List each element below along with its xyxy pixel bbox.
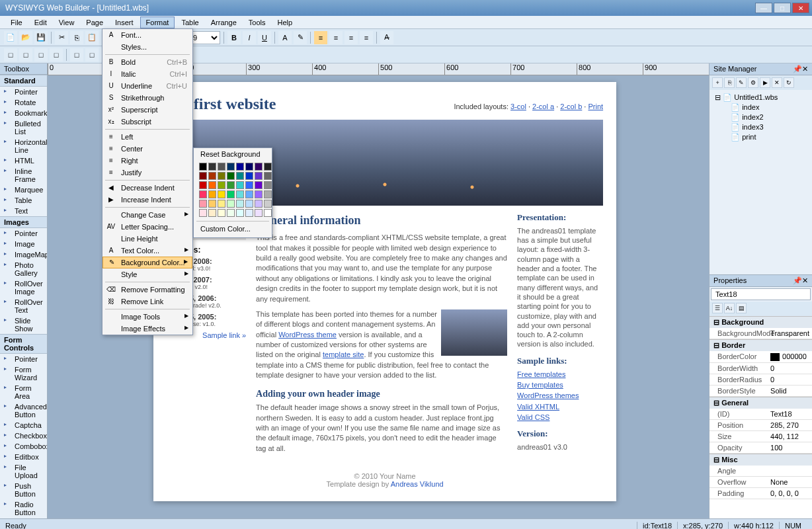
toolbox-html[interactable]: HTML bbox=[0, 155, 47, 166]
format-line-height[interactable]: Line Height bbox=[102, 233, 192, 245]
custom-color-item[interactable]: Custom Color... bbox=[194, 223, 272, 235]
menu-insert[interactable]: Insert bbox=[110, 17, 139, 28]
toolbox-rotate[interactable]: Rotate bbox=[0, 97, 47, 108]
prop-row[interactable]: OverflowNone bbox=[710, 477, 812, 488]
sample-link[interactable]: Buy templates bbox=[517, 380, 603, 389]
color-swatch[interactable] bbox=[218, 172, 225, 180]
format-change-case[interactable]: Change Case▶ bbox=[102, 209, 192, 221]
toolbox-captcha[interactable]: Captcha bbox=[0, 420, 47, 430]
tool-icon[interactable]: □ bbox=[4, 48, 17, 61]
sample-link[interactable]: Valid CSS bbox=[517, 413, 603, 422]
format-styles-[interactable]: Styles... bbox=[102, 41, 192, 53]
panel-pin-icon[interactable]: 📌 bbox=[793, 65, 802, 73]
italic-icon[interactable]: I bbox=[243, 31, 256, 44]
menu-page[interactable]: Page bbox=[81, 17, 108, 28]
reset-background-item[interactable]: Reset Background bbox=[194, 148, 272, 160]
color-swatch[interactable] bbox=[245, 163, 253, 171]
toolbox-imagemap[interactable]: ImageMap bbox=[0, 249, 47, 260]
color-swatch[interactable] bbox=[236, 172, 244, 180]
tree-root[interactable]: ⊟ 📄 Untitled1.wbs bbox=[712, 93, 809, 102]
color-swatch[interactable] bbox=[218, 181, 225, 189]
sm-nav-icon[interactable]: ▶ bbox=[760, 77, 770, 88]
toolbox-cat-form-controls[interactable]: Form Controls bbox=[0, 334, 47, 354]
color-swatch[interactable] bbox=[255, 200, 263, 208]
menu-view[interactable]: View bbox=[54, 17, 80, 28]
panel-close-icon[interactable]: ✕ bbox=[802, 65, 808, 73]
prop-row[interactable]: Position285, 270 bbox=[710, 420, 812, 431]
menu-arrange[interactable]: Arrange bbox=[206, 17, 242, 28]
color-swatch[interactable] bbox=[255, 163, 263, 171]
toolbox-text-area[interactable]: Text Area bbox=[0, 518, 47, 518]
tree-page-index[interactable]: 📄 index bbox=[712, 102, 809, 112]
props-cat-icon[interactable]: ☰ bbox=[712, 303, 723, 313]
format-image-tools[interactable]: Image Tools▶ bbox=[102, 311, 192, 323]
format-bold[interactable]: BBoldCtrl+B bbox=[102, 56, 192, 68]
color-swatch[interactable] bbox=[208, 190, 216, 198]
format-center[interactable]: ≡Center bbox=[102, 143, 192, 155]
prop-row[interactable]: BorderWidth0 bbox=[710, 363, 812, 374]
toolbox-pointer[interactable]: Pointer bbox=[0, 228, 47, 239]
toolbox-table[interactable]: Table bbox=[0, 195, 47, 206]
color-swatch[interactable] bbox=[245, 209, 253, 217]
color-swatch[interactable] bbox=[245, 190, 253, 198]
thumb-image[interactable] bbox=[441, 309, 507, 356]
color-swatch[interactable] bbox=[264, 163, 272, 171]
menu-format[interactable]: Format bbox=[140, 17, 175, 28]
color-swatch[interactable] bbox=[208, 172, 216, 180]
new-icon[interactable]: 📄 bbox=[4, 31, 17, 44]
color-swatch[interactable] bbox=[208, 209, 216, 217]
toolbox-photo-gallery[interactable]: Photo Gallery bbox=[0, 260, 47, 278]
sm-delete-icon[interactable]: ✕ bbox=[772, 77, 782, 88]
align-justify-icon[interactable]: ≡ bbox=[360, 31, 373, 44]
toolbox-form-area[interactable]: Form Area bbox=[0, 383, 47, 401]
toolbox-cat-images[interactable]: Images bbox=[0, 216, 47, 228]
format-font-[interactable]: AFont... bbox=[102, 29, 192, 41]
color-swatch[interactable] bbox=[227, 163, 235, 171]
toolbox-push-button[interactable]: Push Button bbox=[0, 481, 47, 499]
color-swatch[interactable] bbox=[245, 172, 253, 180]
tree-page-index3[interactable]: 📄 index3 bbox=[712, 122, 809, 132]
sm-copy-icon[interactable]: ⎘ bbox=[724, 77, 735, 88]
toolbox-marquee[interactable]: Marquee bbox=[0, 184, 47, 195]
format-right[interactable]: ≡Right bbox=[102, 155, 192, 167]
format-strikethrough[interactable]: SStrikethrough bbox=[102, 92, 192, 104]
color-swatch[interactable] bbox=[208, 163, 216, 171]
text-color-icon[interactable]: A bbox=[278, 31, 292, 44]
prop-row[interactable]: BackgroundModeTransparent bbox=[710, 328, 812, 339]
prop-cat-border[interactable]: ⊟ Border bbox=[710, 339, 812, 351]
color-swatch[interactable] bbox=[227, 209, 235, 217]
page-canvas[interactable]: My first website Included layouts: 3-col… bbox=[153, 82, 616, 501]
color-swatch[interactable] bbox=[199, 209, 207, 217]
format-decrease-indent[interactable]: ◀Decrease Indent bbox=[102, 182, 192, 194]
color-swatch[interactable] bbox=[236, 181, 244, 189]
menu-table[interactable]: Table bbox=[176, 17, 204, 28]
sample-link[interactable]: Valid XHTML bbox=[517, 402, 603, 411]
tree-page-print[interactable]: 📄 print bbox=[712, 132, 809, 142]
prop-row[interactable]: BorderRadius0 bbox=[710, 374, 812, 386]
props-pages-icon[interactable]: ▤ bbox=[736, 303, 747, 313]
color-swatch[interactable] bbox=[227, 181, 235, 189]
color-swatch[interactable] bbox=[208, 200, 216, 208]
color-swatch[interactable] bbox=[236, 209, 244, 217]
prop-row[interactable]: Angle bbox=[710, 466, 812, 477]
prop-row[interactable]: BorderStyleSolid bbox=[710, 386, 812, 397]
tool-icon[interactable]: □ bbox=[85, 48, 99, 61]
close-button[interactable]: ✕ bbox=[792, 3, 809, 13]
menu-tools[interactable]: Tools bbox=[243, 17, 271, 28]
open-icon[interactable]: 📂 bbox=[19, 31, 32, 44]
underline-icon[interactable]: U bbox=[258, 31, 271, 44]
layout-link[interactable]: 3-col bbox=[510, 102, 526, 110]
format-remove-link[interactable]: ⛓Remove Link bbox=[102, 296, 192, 307]
tree-page-index2[interactable]: 📄 index2 bbox=[712, 112, 809, 122]
color-swatch[interactable] bbox=[199, 172, 207, 180]
prop-row[interactable]: (ID)Text18 bbox=[710, 409, 812, 420]
prop-row[interactable]: Opacity100 bbox=[710, 442, 812, 454]
color-swatch[interactable] bbox=[227, 172, 235, 180]
panel-close-icon[interactable]: ✕ bbox=[802, 276, 808, 285]
color-swatch[interactable] bbox=[255, 209, 263, 217]
toolbox-inline-frame[interactable]: Inline Frame bbox=[0, 166, 47, 184]
format-left[interactable]: ≡Left bbox=[102, 131, 192, 143]
format-style[interactable]: Style▶ bbox=[102, 268, 192, 280]
color-swatch[interactable] bbox=[199, 200, 207, 208]
layout-link[interactable]: 2-col a bbox=[532, 102, 554, 110]
